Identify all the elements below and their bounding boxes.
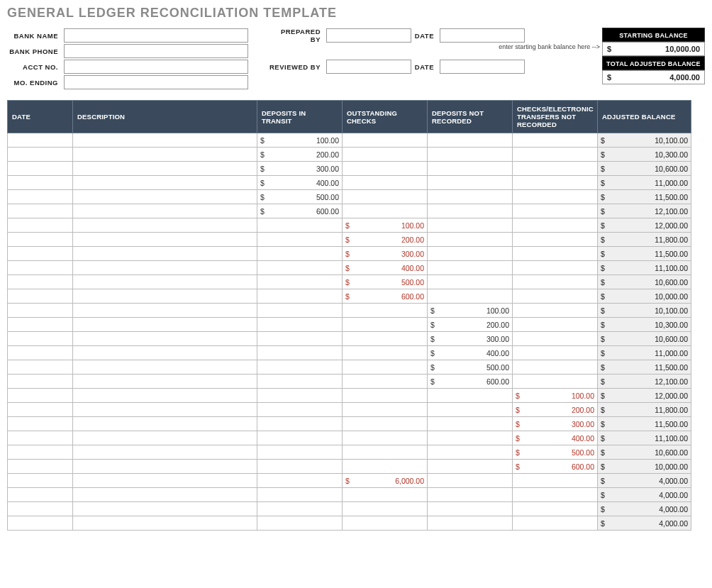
amount-cell[interactable] (343, 176, 428, 190)
amount-cell[interactable] (513, 233, 598, 247)
amount-cell[interactable] (428, 190, 513, 204)
amount-cell[interactable] (428, 516, 513, 531)
amount-cell[interactable] (257, 403, 343, 417)
date-cell[interactable] (8, 360, 73, 375)
amount-cell[interactable] (428, 162, 513, 176)
bank-phone-input[interactable] (64, 44, 248, 58)
description-cell[interactable] (73, 403, 257, 417)
date-cell[interactable] (8, 502, 73, 516)
date-cell[interactable] (8, 247, 73, 261)
amount-cell[interactable] (257, 261, 343, 275)
date-cell[interactable] (8, 233, 73, 247)
description-cell[interactable] (73, 304, 257, 318)
amount-cell[interactable] (257, 289, 343, 304)
amount-cell[interactable] (428, 474, 513, 488)
amount-cell[interactable] (343, 204, 428, 218)
amount-cell[interactable]: $200.00 (513, 403, 598, 417)
description-cell[interactable] (73, 332, 257, 346)
amount-cell[interactable] (428, 417, 513, 431)
date-cell[interactable] (8, 275, 73, 289)
amount-cell[interactable] (428, 218, 513, 233)
amount-cell[interactable] (257, 247, 343, 261)
amount-cell[interactable] (428, 247, 513, 261)
amount-cell[interactable] (257, 346, 343, 360)
amount-cell[interactable] (428, 460, 513, 474)
amount-cell[interactable] (428, 176, 513, 190)
amount-cell[interactable] (513, 304, 598, 318)
date-cell[interactable] (8, 346, 73, 360)
amount-cell[interactable] (513, 204, 598, 218)
amount-cell[interactable] (428, 431, 513, 445)
amount-cell[interactable]: $200.00 (343, 233, 428, 247)
date-cell[interactable] (8, 304, 73, 318)
date-cell[interactable] (8, 474, 73, 488)
amount-cell[interactable] (257, 488, 343, 502)
amount-cell[interactable] (428, 133, 513, 148)
date-cell[interactable] (8, 403, 73, 417)
amount-cell[interactable] (513, 218, 598, 233)
date-cell[interactable] (8, 318, 73, 332)
description-cell[interactable] (73, 431, 257, 445)
mo-ending-input[interactable] (64, 75, 248, 89)
date-cell[interactable] (8, 488, 73, 502)
amount-cell[interactable]: $400.00 (343, 261, 428, 275)
reviewed-by-input[interactable] (326, 60, 411, 74)
date-cell[interactable] (8, 417, 73, 431)
amount-cell[interactable]: $400.00 (428, 346, 513, 360)
description-cell[interactable] (73, 375, 257, 389)
amount-cell[interactable]: $500.00 (343, 275, 428, 289)
amount-cell[interactable] (513, 332, 598, 346)
amount-cell[interactable] (513, 261, 598, 275)
amount-cell[interactable]: $600.00 (513, 460, 598, 474)
amount-cell[interactable] (343, 190, 428, 204)
amount-cell[interactable] (428, 389, 513, 403)
amount-cell[interactable] (343, 318, 428, 332)
date-cell[interactable] (8, 148, 73, 162)
amount-cell[interactable] (513, 502, 598, 516)
amount-cell[interactable] (343, 488, 428, 502)
date-cell[interactable] (8, 176, 73, 190)
amount-cell[interactable] (257, 474, 343, 488)
description-cell[interactable] (73, 516, 257, 531)
amount-cell[interactable] (257, 332, 343, 346)
amount-cell[interactable] (343, 403, 428, 417)
prepared-date-input[interactable] (440, 28, 525, 43)
amount-cell[interactable] (257, 389, 343, 403)
amount-cell[interactable] (257, 275, 343, 289)
amount-cell[interactable] (257, 318, 343, 332)
amount-cell[interactable] (257, 417, 343, 431)
amount-cell[interactable] (343, 516, 428, 531)
amount-cell[interactable] (513, 474, 598, 488)
amount-cell[interactable]: $500.00 (257, 190, 343, 204)
amount-cell[interactable] (428, 289, 513, 304)
amount-cell[interactable] (513, 247, 598, 261)
description-cell[interactable] (73, 318, 257, 332)
date-cell[interactable] (8, 389, 73, 403)
amount-cell[interactable] (343, 431, 428, 445)
date-cell[interactable] (8, 133, 73, 148)
description-cell[interactable] (73, 502, 257, 516)
prepared-by-input[interactable] (326, 28, 411, 43)
amount-cell[interactable]: $500.00 (513, 445, 598, 460)
amount-cell[interactable]: $600.00 (343, 289, 428, 304)
amount-cell[interactable] (343, 346, 428, 360)
amount-cell[interactable] (428, 233, 513, 247)
amount-cell[interactable] (257, 304, 343, 318)
amount-cell[interactable]: $100.00 (513, 389, 598, 403)
amount-cell[interactable] (257, 233, 343, 247)
description-cell[interactable] (73, 261, 257, 275)
amount-cell[interactable] (428, 204, 513, 218)
amount-cell[interactable] (343, 389, 428, 403)
amount-cell[interactable] (257, 218, 343, 233)
amount-cell[interactable] (343, 360, 428, 375)
description-cell[interactable] (73, 360, 257, 375)
date-cell[interactable] (8, 460, 73, 474)
amount-cell[interactable]: $400.00 (513, 431, 598, 445)
description-cell[interactable] (73, 247, 257, 261)
amount-cell[interactable] (513, 488, 598, 502)
amount-cell[interactable] (428, 488, 513, 502)
amount-cell[interactable]: $300.00 (428, 332, 513, 346)
amount-cell[interactable] (513, 346, 598, 360)
description-cell[interactable] (73, 133, 257, 148)
amount-cell[interactable] (343, 332, 428, 346)
